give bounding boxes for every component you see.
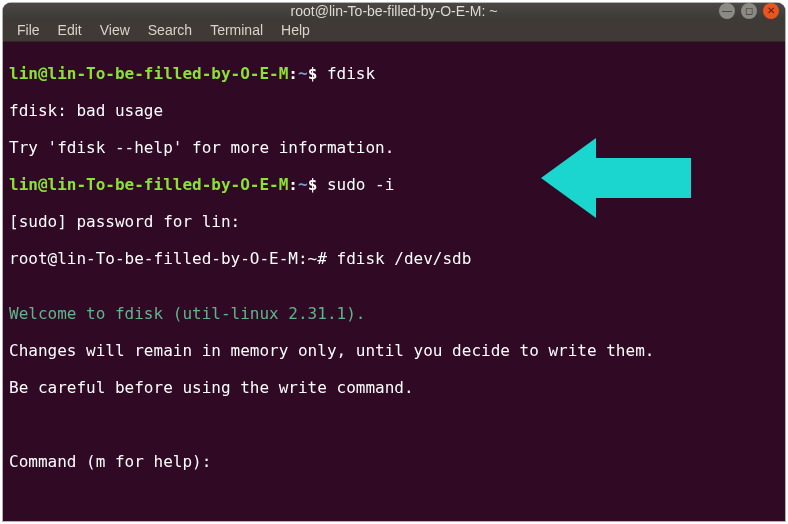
menu-file[interactable]: File [9,19,48,41]
terminal-line: fdisk: bad usage [9,102,779,121]
command-text: fdisk /dev/sdb [337,249,472,268]
close-button[interactable]: ✕ [763,3,779,19]
arrow-left-icon [541,133,691,223]
prompt-user: lin@lin-To-be-filled-by-O-E-M [9,64,288,83]
maximize-button[interactable]: ◻ [741,3,757,19]
terminal-body[interactable]: lin@lin-To-be-filled-by-O-E-M:~$ fdisk f… [3,42,785,521]
maximize-icon: ◻ [745,6,753,16]
command-text: fdisk [327,64,375,83]
minimize-icon: — [722,6,732,16]
arrow-left-callout [483,114,633,204]
menu-search[interactable]: Search [140,19,200,41]
terminal-line: Welcome to fdisk (util-linux 2.31.1). [9,305,779,324]
titlebar: root@lin-To-be-filled-by-O-E-M: ~ — ◻ ✕ [3,3,785,19]
menubar: File Edit View Search Terminal Help [3,19,785,42]
window-title: root@lin-To-be-filled-by-O-E-M: ~ [291,3,498,19]
close-icon: ✕ [767,6,775,16]
terminal-window: root@lin-To-be-filled-by-O-E-M: ~ — ◻ ✕ … [3,3,785,521]
prompt-sep: : [288,175,298,194]
window-controls: — ◻ ✕ [719,3,779,19]
menu-terminal[interactable]: Terminal [202,19,271,41]
prompt-path: ~ [298,64,308,83]
prompt-suffix: $ [308,175,327,194]
prompt-path: ~ [298,175,308,194]
root-prompt: root@lin-To-be-filled-by-O-E-M:~# [9,249,337,268]
terminal-line: Be careful before using the write comman… [9,379,779,398]
minimize-button[interactable]: — [719,3,735,19]
command-text: sudo -i [327,175,394,194]
terminal-line: Command (m for help): [9,453,779,472]
prompt-suffix: $ [308,64,327,83]
prompt-user: lin@lin-To-be-filled-by-O-E-M [9,175,288,194]
menu-edit[interactable]: Edit [50,19,90,41]
menu-help[interactable]: Help [273,19,318,41]
terminal-line: lin@lin-To-be-filled-by-O-E-M:~$ fdisk [9,65,779,84]
terminal-line: root@lin-To-be-filled-by-O-E-M:~# fdisk … [9,250,779,269]
menu-view[interactable]: View [92,19,138,41]
terminal-line: Changes will remain in memory only, unti… [9,342,779,361]
prompt-sep: : [288,64,298,83]
